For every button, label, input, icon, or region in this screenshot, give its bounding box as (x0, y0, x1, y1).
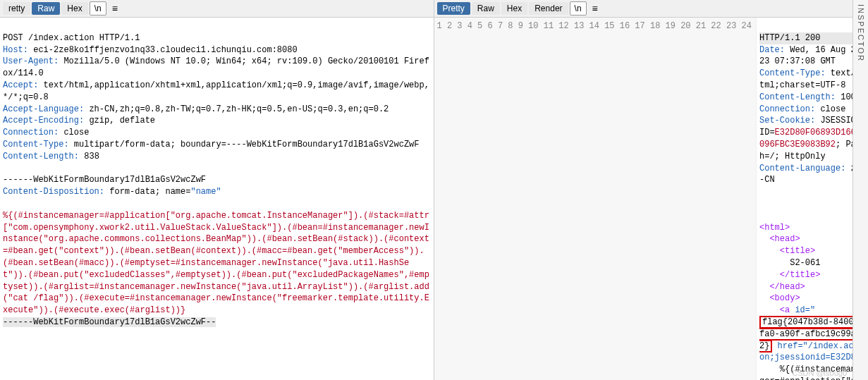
hdr-host-key: Host: (3, 45, 28, 55)
title-open: <title> (759, 246, 815, 256)
title-close: </title> (759, 270, 820, 280)
tab-raw-right[interactable]: Raw (472, 2, 500, 15)
head-open: <head> (759, 234, 800, 244)
ct-key: Content-Type: (759, 68, 826, 78)
hamburger-icon[interactable]: ≡ (108, 1, 122, 16)
conn-val: close (815, 104, 845, 114)
cd-name: "name" (190, 187, 221, 197)
boundary-bottom: ------WebKitFormBoundary17dlB1aGsV2wcZwF… (3, 317, 216, 327)
hdr-host-val: eci-2ze8ko1ffjenzvo1nq33.cloudeci1.ichun… (28, 45, 298, 55)
inspector-label: INSPECTOR (857, 4, 865, 62)
response-code: HTTP/1.1 200 Date: Wed, 16 Aug 2023 07:3… (757, 18, 867, 380)
hdr-ua-key: User-Agent: (3, 56, 59, 66)
hdr-ua-val: Mozilla/5.0 (Windows NT 10.0; Win64; x64… (3, 56, 429, 78)
request-pane: retty Raw Hex \n ≡ POST /index.action HT… (0, 0, 434, 380)
tab-newline-left[interactable]: \n (90, 1, 106, 16)
tab-hex-right[interactable]: Hex (501, 2, 527, 15)
tab-newline-right[interactable]: \n (570, 1, 587, 16)
cookie-key: Set-Cookie: (759, 116, 815, 125)
a-open: <a (759, 305, 790, 315)
cd-val: form-data; name= (104, 187, 190, 197)
request-content[interactable]: POST /index.action HTTP/1.1 Host: eci-2z… (0, 18, 434, 380)
hdr-al-val: zh-CN,zh;q=0.8,zh-TW;q=0.7,zh-HK;q=0.5,e… (84, 104, 389, 114)
response-toolbar: Pretty Raw Hex Render \n ≡ (434, 0, 868, 18)
response-content[interactable]: 1 2 3 4 5 6 7 8 9 10 11 12 13 14 15 16 1… (434, 18, 868, 380)
cl-key: Content-Length: (759, 92, 836, 102)
hdr-accept-key: Accept: (3, 80, 38, 90)
hdr-ct-key: Content-Type: (3, 140, 69, 149)
hdr-cl-val: 838 (79, 152, 99, 161)
hamburger-icon[interactable]: ≡ (588, 1, 602, 16)
title-text: S2-061 (759, 258, 820, 268)
request-toolbar: retty Raw Hex \n ≡ (0, 0, 434, 18)
tab-raw-left[interactable]: Raw (32, 2, 60, 15)
status-line: HTTP/1.1 200 (759, 32, 864, 44)
hdr-ae-key: Accept-Encoding: (3, 116, 84, 125)
cd-key: Content-Disposition: (3, 187, 104, 197)
a-href-attr: href= (772, 341, 802, 351)
html-open: <html> (759, 223, 790, 233)
hdr-ct-val: multipart/form-data; boundary=----WebKit… (69, 140, 420, 149)
watermark: CSDN @isbug0 (792, 369, 847, 377)
inspector-sidebar[interactable]: INSPECTOR (852, 0, 868, 380)
hdr-conn-key: Connection: (3, 128, 59, 137)
ognl-payload: %{(#instancemanager=#application["org.ap… (3, 211, 429, 315)
date-key: Date: (759, 45, 785, 55)
boundary-top: ------WebKitFormBoundary17dlB1aGsV2wcZwF (3, 175, 206, 185)
conn-key: Connection: (759, 104, 815, 114)
head-close: </head> (759, 282, 805, 292)
hdr-al-key: Accept-Language: (3, 104, 84, 114)
hdr-accept-val: text/html,application/xhtml+xml,applicat… (3, 80, 429, 102)
a-id-attr: id= (790, 305, 810, 315)
tab-render-right[interactable]: Render (529, 2, 568, 15)
tab-pretty-right[interactable]: Pretty (437, 2, 470, 15)
body-open: <body> (759, 293, 800, 303)
request-line: POST /index.action HTTP/1.1 (3, 33, 140, 43)
tab-hex-left[interactable]: Hex (61, 2, 87, 15)
tab-pretty-left[interactable]: retty (3, 2, 30, 15)
response-pane: Pretty Raw Hex Render \n ≡ 1 2 3 4 5 6 7… (434, 0, 869, 380)
hdr-ae-val: gzip, deflate (84, 116, 155, 125)
hdr-conn-val: close (59, 128, 89, 137)
clang-key: Content-Language: (759, 164, 845, 173)
line-gutter: 1 2 3 4 5 6 7 8 9 10 11 12 13 14 15 16 1… (434, 18, 757, 380)
hdr-cl-key: Content-Length: (3, 152, 79, 161)
